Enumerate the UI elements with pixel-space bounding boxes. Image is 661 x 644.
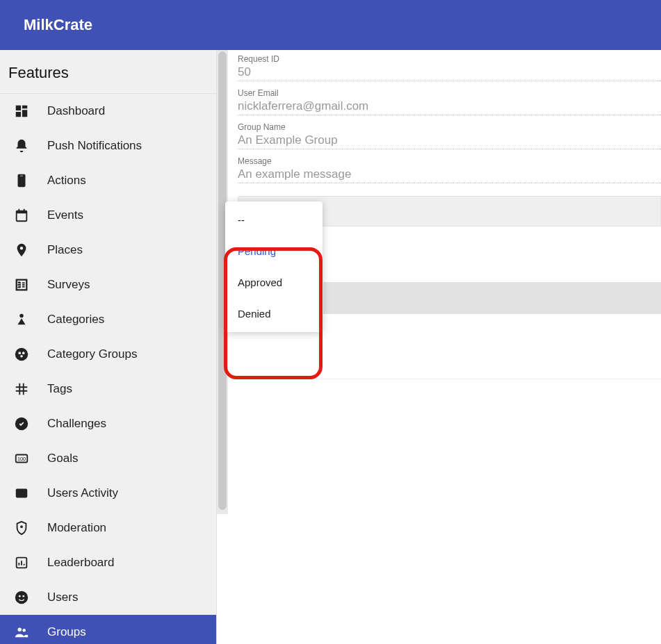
sidebar-item-label: Tags (47, 382, 72, 396)
sidebar-item-groups-icon (14, 625, 36, 640)
sidebar: Features DashboardPush NotificationsActi… (0, 50, 217, 644)
sidebar-item-challenges[interactable]: Challenges (0, 406, 216, 441)
sidebar-item-events[interactable]: Events (0, 198, 216, 233)
sidebar-header: Features (0, 50, 216, 94)
label-message: Message (238, 156, 661, 166)
sidebar-item-actions-icon (14, 173, 36, 188)
svg-point-11 (20, 355, 23, 358)
value-request-id[interactable]: 50 (238, 64, 661, 81)
svg-point-9 (18, 352, 21, 354)
sidebar-item-surveys[interactable]: Surveys (0, 267, 216, 302)
sidebar-item-label: Dashboard (47, 104, 105, 118)
field-message: Message An example message (238, 156, 661, 185)
sidebar-item-category-groups-icon (14, 347, 36, 362)
sidebar-item-tags[interactable]: Tags (0, 372, 216, 406)
svg-point-18 (15, 591, 28, 604)
sidebar-item-places-icon (14, 242, 36, 258)
value-user-email[interactable]: nicklaferrera@gmail.com (238, 98, 661, 115)
svg-point-19 (19, 595, 21, 597)
svg-rect-15 (16, 489, 28, 498)
sidebar-item-label: Surveys (47, 278, 90, 292)
svg-point-20 (22, 595, 24, 597)
svg-point-7 (19, 314, 24, 318)
value-group-name[interactable]: An Example Group (238, 132, 661, 149)
status-option-denied[interactable]: Denied (225, 298, 323, 329)
sidebar-item-leaderboard[interactable]: Leaderboard (0, 545, 216, 580)
sidebar-item-moderation-icon (14, 520, 36, 536)
sidebar-item-label: Events (47, 208, 83, 222)
sidebar-item-label: Leaderboard (47, 556, 114, 570)
status-option-pending[interactable]: Pending (225, 236, 323, 267)
sidebar-item-dashboard[interactable]: Dashboard (0, 94, 216, 129)
status-option-none[interactable]: -- (225, 204, 323, 236)
sidebar-item-label: Goals (47, 452, 78, 465)
topbar: MilkCrate (0, 0, 661, 50)
sidebar-item-groups[interactable]: Groups (0, 615, 216, 644)
svg-point-8 (15, 348, 28, 361)
sidebar-item-moderation[interactable]: Moderation (0, 511, 216, 545)
svg-point-21 (18, 628, 22, 632)
status-row-bg (323, 282, 661, 314)
sidebar-item-users-activity-icon (14, 486, 36, 501)
sidebar-item-surveys-icon (14, 277, 36, 292)
svg-text:100: 100 (17, 456, 26, 462)
sidebar-item-label: Actions (47, 174, 86, 188)
sidebar-item-push-notifications[interactable]: Push Notifications (0, 129, 216, 163)
sidebar-item-label: Categories (47, 313, 104, 327)
sidebar-item-users-icon (14, 590, 36, 605)
sidebar-item-label: Users Activity (47, 486, 118, 500)
sidebar-item-events-icon (14, 208, 36, 223)
sidebar-item-leaderboard-icon (14, 555, 36, 570)
sidebar-item-actions[interactable]: Actions (0, 163, 216, 198)
svg-point-16 (20, 525, 23, 528)
svg-point-10 (22, 352, 25, 354)
status-option-approved[interactable]: Approved (225, 267, 323, 298)
sidebar-item-challenges-icon (14, 416, 36, 431)
sidebar-item-tags-icon (14, 381, 36, 397)
field-group-name: Group Name An Example Group (238, 122, 661, 151)
sidebar-item-label: Groups (47, 625, 86, 639)
status-dropdown[interactable]: --PendingApprovedDenied (225, 201, 323, 332)
sidebar-item-goals-icon: 100 (14, 451, 36, 466)
sidebar-item-label: Challenges (47, 417, 106, 431)
sidebar-item-users-activity[interactable]: Users Activity (0, 476, 216, 511)
label-request-id: Request ID (238, 54, 661, 64)
sidebar-item-label: Places (47, 243, 83, 257)
sidebar-item-users[interactable]: Users (0, 580, 216, 615)
svg-point-22 (22, 629, 26, 632)
sidebar-item-categories-icon (14, 312, 36, 327)
sidebar-item-label: Category Groups (47, 347, 137, 361)
sidebar-item-label: Users (47, 591, 78, 604)
sidebar-list: DashboardPush NotificationsActionsEvents… (0, 94, 216, 644)
sidebar-item-label: Push Notifications (47, 139, 142, 153)
app-title: MilkCrate (24, 16, 92, 34)
value-message[interactable]: An example message (238, 166, 661, 183)
sidebar-item-dashboard-icon (14, 104, 36, 119)
label-group-name: Group Name (238, 122, 661, 132)
sidebar-item-label: Moderation (47, 521, 106, 535)
field-request-id: Request ID 50 (238, 54, 661, 83)
sidebar-item-category-groups[interactable]: Category Groups (0, 337, 216, 372)
sidebar-item-goals[interactable]: 100Goals (0, 441, 216, 476)
field-user-email: User Email nicklaferrera@gmail.com (238, 88, 661, 117)
sidebar-item-categories[interactable]: Categories (0, 302, 216, 337)
label-user-email: User Email (238, 88, 661, 98)
sidebar-item-places[interactable]: Places (0, 233, 216, 267)
sidebar-item-push-notifications-icon (14, 138, 36, 154)
